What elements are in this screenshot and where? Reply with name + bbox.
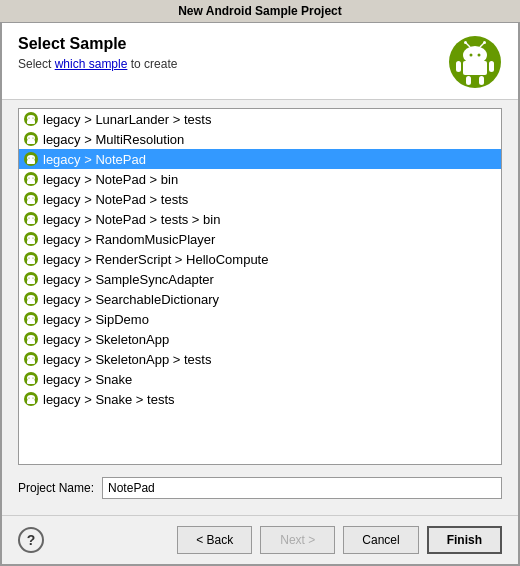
svg-point-72 — [32, 337, 33, 338]
footer-right: < Back Next > Cancel Finish — [177, 526, 502, 554]
header-text: Select Sample Select which sample to cre… — [18, 35, 177, 71]
help-button[interactable]: ? — [18, 527, 44, 553]
svg-rect-55 — [27, 280, 35, 284]
svg-point-37 — [32, 197, 33, 198]
list-item-label: legacy > Snake > tests — [43, 392, 175, 407]
svg-rect-3 — [456, 61, 461, 72]
project-name-input[interactable] — [102, 477, 502, 499]
svg-point-21 — [28, 137, 29, 138]
svg-rect-75 — [27, 360, 35, 364]
title-bar: New Android Sample Project — [0, 0, 520, 23]
svg-point-12 — [483, 41, 486, 44]
list-item-label: legacy > SipDemo — [43, 312, 149, 327]
footer-left: ? — [18, 527, 44, 553]
subtitle-link[interactable]: which sample — [55, 57, 128, 71]
list-item-label: legacy > SampleSyncAdapter — [43, 272, 214, 287]
list-item-label: legacy > NotePad > tests — [43, 192, 188, 207]
svg-rect-70 — [27, 340, 35, 344]
svg-point-77 — [32, 357, 33, 358]
svg-rect-50 — [27, 260, 35, 264]
list-item-label: legacy > NotePad > tests > bin — [43, 212, 220, 227]
svg-point-42 — [32, 217, 33, 218]
svg-rect-15 — [27, 120, 35, 124]
svg-point-26 — [28, 157, 29, 158]
android-item-icon — [23, 211, 39, 227]
subtitle-pre: Select — [18, 57, 55, 71]
svg-rect-85 — [27, 400, 35, 404]
svg-point-71 — [28, 337, 29, 338]
svg-rect-25 — [27, 160, 35, 164]
dialog: Select Sample Select which sample to cre… — [0, 23, 520, 566]
svg-point-16 — [28, 117, 29, 118]
android-item-icon — [23, 371, 39, 387]
list-item[interactable]: legacy > RandomMusicPlayer — [19, 229, 501, 249]
svg-rect-6 — [479, 76, 484, 85]
list-item[interactable]: legacy > NotePad > bin — [19, 169, 501, 189]
android-item-icon — [23, 251, 39, 267]
list-item-label: legacy > SkeletonApp — [43, 332, 169, 347]
svg-point-51 — [28, 257, 29, 258]
android-item-icon — [23, 111, 39, 127]
svg-point-31 — [28, 177, 29, 178]
android-item-icon — [23, 331, 39, 347]
svg-point-81 — [28, 377, 29, 378]
svg-point-61 — [28, 297, 29, 298]
android-item-icon — [23, 171, 39, 187]
subtitle-post: to create — [127, 57, 177, 71]
next-button[interactable]: Next > — [260, 526, 335, 554]
svg-point-41 — [28, 217, 29, 218]
android-item-icon — [23, 271, 39, 287]
list-item[interactable]: legacy > SearchableDictionary — [19, 289, 501, 309]
footer: ? < Back Next > Cancel Finish — [2, 515, 518, 564]
android-item-icon — [23, 131, 39, 147]
sample-list[interactable]: legacy > LunarLander > testslegacy > Mul… — [19, 109, 501, 464]
svg-rect-65 — [27, 320, 35, 324]
svg-rect-30 — [27, 180, 35, 184]
svg-point-66 — [28, 317, 29, 318]
list-item-label: legacy > SkeletonApp > tests — [43, 352, 211, 367]
title-bar-label: New Android Sample Project — [178, 4, 342, 18]
list-item[interactable]: legacy > NotePad > tests — [19, 189, 501, 209]
list-item[interactable]: legacy > RenderScript > HelloCompute — [19, 249, 501, 269]
svg-point-10 — [464, 41, 467, 44]
list-item[interactable]: legacy > SipDemo — [19, 309, 501, 329]
list-item-label: legacy > MultiResolution — [43, 132, 184, 147]
svg-rect-40 — [27, 220, 35, 224]
svg-rect-60 — [27, 300, 35, 304]
list-item[interactable]: legacy > NotePad — [19, 149, 501, 169]
cancel-button[interactable]: Cancel — [343, 526, 418, 554]
list-item[interactable]: legacy > Snake > tests — [19, 389, 501, 409]
android-item-icon — [23, 231, 39, 247]
list-item[interactable]: legacy > SampleSyncAdapter — [19, 269, 501, 289]
list-item[interactable]: legacy > MultiResolution — [19, 129, 501, 149]
header: Select Sample Select which sample to cre… — [2, 23, 518, 100]
svg-point-87 — [32, 397, 33, 398]
finish-button[interactable]: Finish — [427, 526, 502, 554]
android-item-icon — [23, 351, 39, 367]
svg-point-57 — [32, 277, 33, 278]
svg-point-17 — [32, 117, 33, 118]
svg-point-67 — [32, 317, 33, 318]
back-button[interactable]: < Back — [177, 526, 252, 554]
project-name-row: Project Name: — [18, 473, 502, 507]
svg-point-62 — [32, 297, 33, 298]
svg-point-82 — [32, 377, 33, 378]
list-container: legacy > LunarLander > testslegacy > Mul… — [18, 108, 502, 465]
android-item-icon — [23, 311, 39, 327]
list-item[interactable]: legacy > SkeletonApp > tests — [19, 349, 501, 369]
svg-point-32 — [32, 177, 33, 178]
svg-rect-2 — [463, 61, 487, 75]
list-item[interactable]: legacy > NotePad > tests > bin — [19, 209, 501, 229]
android-item-icon — [23, 391, 39, 407]
project-name-label: Project Name: — [18, 481, 94, 495]
list-item-label: legacy > SearchableDictionary — [43, 292, 219, 307]
svg-point-22 — [32, 137, 33, 138]
svg-point-7 — [470, 54, 473, 57]
header-subtitle: Select which sample to create — [18, 57, 177, 71]
list-item[interactable]: legacy > SkeletonApp — [19, 329, 501, 349]
svg-rect-5 — [466, 76, 471, 85]
list-item[interactable]: legacy > LunarLander > tests — [19, 109, 501, 129]
svg-point-86 — [28, 397, 29, 398]
list-item-label: legacy > NotePad > bin — [43, 172, 178, 187]
list-item[interactable]: legacy > Snake — [19, 369, 501, 389]
